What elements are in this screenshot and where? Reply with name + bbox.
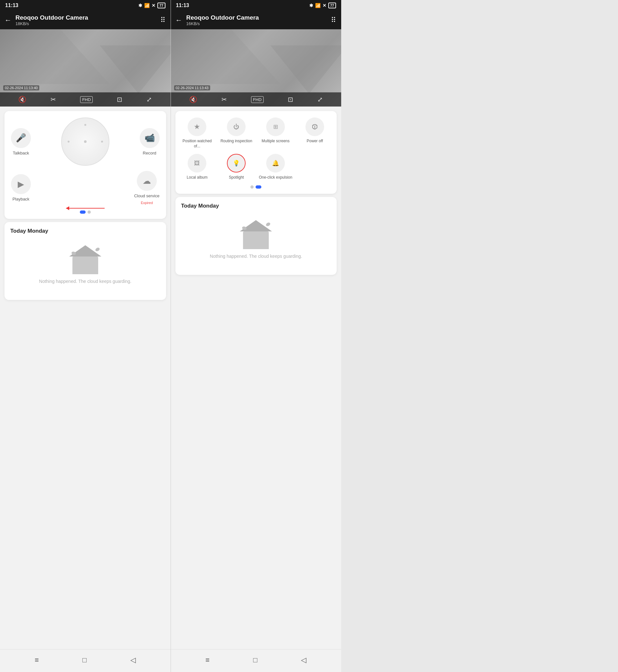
- local-album-icon: 🖼: [188, 154, 206, 173]
- playback-icon: ▶: [11, 174, 31, 194]
- right-status-bar: 11:13 ✱ 📶 ✕ 77: [171, 0, 341, 11]
- left-camera-feed: 02-26-2024 11:13:40 🔇 ✂ FHD ⊡ ⤢: [0, 29, 171, 107]
- one-click-expulsion-label: One-click expulsion: [259, 175, 292, 180]
- routing-inspection-label: Routing inspection: [220, 139, 252, 144]
- right-back-button[interactable]: ←: [176, 16, 183, 24]
- right-today-title: Today Monday: [181, 203, 331, 209]
- spotlight-button[interactable]: 💡 Spotlight: [219, 154, 253, 180]
- right-nav-back-button[interactable]: ◁: [296, 655, 312, 666]
- right-split-button[interactable]: ⊡: [288, 96, 293, 103]
- right-expand-button[interactable]: ⤢: [317, 96, 323, 103]
- right-cam-triangle-1: [171, 29, 280, 84]
- left-expand-button[interactable]: ⤢: [146, 96, 152, 103]
- right-nav-home-button[interactable]: □: [248, 655, 263, 666]
- battery-icon: 77: [158, 3, 165, 8]
- right-bottom-nav: ≡ □ ◁: [171, 649, 341, 672]
- left-today-title: Today Monday: [10, 228, 160, 234]
- left-status-icons: ✱ 📶 ✕ 77: [138, 3, 165, 8]
- talkback-icon: 🎤: [11, 128, 31, 148]
- right-battery-icon: 77: [328, 3, 336, 8]
- cloud-service-label: Cloud service: [134, 194, 160, 198]
- swipe-arrow-indicator: [8, 208, 163, 209]
- left-empty-text: Nothing happened. The cloud keeps guardi…: [39, 279, 131, 284]
- left-today-section: Today Monday Nothing happened. The cloud…: [4, 222, 166, 300]
- cam-triangle-1: [0, 29, 109, 84]
- left-split-button[interactable]: ⊡: [117, 96, 122, 103]
- right-nav-menu-button[interactable]: ≡: [200, 655, 215, 666]
- left-camera-controls: 🔇 ✂ FHD ⊡ ⤢: [0, 92, 171, 107]
- right-camera-timestamp: 02-26-2024 11:13:43: [174, 85, 210, 91]
- spotlight-icon: 💡: [227, 154, 245, 173]
- left-back-button[interactable]: ←: [4, 16, 12, 24]
- arrow-left: [66, 208, 105, 209]
- right-header-menu-button[interactable]: ⠿: [331, 16, 337, 24]
- sim-icon: ✕: [151, 3, 156, 8]
- left-control-grid: 🎤 Talkback 📹 Record: [8, 117, 163, 166]
- multiple-screens-button[interactable]: ⊞ Multiple screens: [259, 117, 293, 149]
- right-page-dot-1[interactable]: [250, 185, 253, 189]
- left-camera-title: Reoqoo Outdoor Camera: [15, 14, 160, 21]
- right-mute-button[interactable]: 🔇: [189, 96, 197, 103]
- bluetooth-icon: ✱: [138, 3, 142, 8]
- left-house-illustration: [68, 245, 103, 274]
- cloud-service-expired-label: Expired: [141, 201, 152, 205]
- left-phone-screen: 11:13 ✱ 📶 ✕ 77 ← Reoqoo Outdoor Camera 1…: [0, 0, 171, 672]
- power-off-icon: ⏼: [305, 117, 324, 136]
- left-control-grid-row2: ▶ Playback ☁ Cloud service Expired: [8, 171, 163, 205]
- right-house-illustration: [238, 220, 274, 249]
- right-fhd-button[interactable]: FHD: [251, 96, 264, 103]
- right-camera-controls: 🔇 ✂ FHD ⊡ ⤢: [171, 92, 341, 107]
- joystick-container: [61, 117, 109, 166]
- left-nav-back-button[interactable]: ◁: [125, 655, 141, 666]
- multiple-screens-icon: ⊞: [266, 117, 285, 136]
- power-off-label: Power off: [307, 139, 323, 144]
- left-empty-state: Nothing happened. The cloud keeps guardi…: [10, 242, 160, 290]
- playback-button[interactable]: ▶ Playback: [11, 174, 31, 202]
- playback-label: Playback: [13, 197, 30, 202]
- left-nav-menu-button[interactable]: ≡: [30, 655, 44, 666]
- left-mute-button[interactable]: 🔇: [18, 96, 26, 103]
- position-watched-icon: ★: [188, 117, 206, 136]
- left-camera-title-group: Reoqoo Outdoor Camera 18KB/s: [15, 14, 160, 26]
- page-dot-2[interactable]: [88, 211, 91, 214]
- right-page-dots: [179, 185, 334, 189]
- cloud-icon: ☁: [137, 171, 157, 191]
- left-scissors-button[interactable]: ✂: [50, 96, 56, 103]
- routing-inspection-button[interactable]: ⏻ Routing inspection: [219, 117, 253, 149]
- routing-inspection-icon: ⏻: [227, 117, 245, 136]
- right-page-dot-2[interactable]: [255, 185, 262, 189]
- left-fhd-button[interactable]: FHD: [80, 96, 93, 103]
- page-dot-1[interactable]: [80, 211, 86, 214]
- joystick-dot-top: [84, 124, 86, 126]
- local-album-label: Local album: [187, 175, 208, 180]
- record-label: Record: [143, 151, 157, 155]
- position-watched-button[interactable]: ★ Position watched of...: [180, 117, 214, 149]
- spotlight-label: Spotlight: [229, 175, 244, 180]
- right-camera-title: Reoqoo Outdoor Camera: [186, 14, 331, 21]
- left-camera-timestamp: 02-26-2024 11:13:40: [3, 85, 39, 91]
- local-album-button[interactable]: 🖼 Local album: [180, 154, 214, 180]
- right-control-grid: ★ Position watched of... ⏻ Routing inspe…: [179, 117, 334, 180]
- cloud-service-button[interactable]: ☁ Cloud service Expired: [134, 171, 160, 205]
- left-bottom-nav: ≡ □ ◁: [0, 649, 171, 672]
- right-empty-state: Nothing happened. The cloud keeps guardi…: [181, 217, 331, 265]
- wifi-icon: 📶: [144, 3, 150, 8]
- right-phone-screen: 11:13 ✱ 📶 ✕ 77 ← Reoqoo Outdoor Camera 1…: [171, 0, 341, 672]
- right-scissors-button[interactable]: ✂: [221, 96, 227, 103]
- joystick-dot-right: [101, 141, 103, 142]
- talkback-button[interactable]: 🎤 Talkback: [11, 128, 31, 155]
- right-empty-text: Nothing happened. The cloud keeps guardi…: [210, 254, 302, 259]
- left-header-menu-button[interactable]: ⠿: [160, 16, 166, 24]
- empty-grid-cell: [298, 154, 332, 180]
- right-house-body: [243, 231, 269, 249]
- record-icon: 📹: [140, 128, 160, 148]
- right-status-icons: ✱ 📶 ✕ 77: [309, 3, 336, 8]
- left-page-dots: [8, 211, 163, 214]
- joystick[interactable]: [61, 117, 109, 166]
- left-camera-header: ← Reoqoo Outdoor Camera 18KB/s ⠿: [0, 11, 171, 29]
- left-nav-home-button[interactable]: □: [77, 655, 92, 666]
- record-button[interactable]: 📹 Record: [140, 128, 160, 155]
- right-wifi-icon: 📶: [315, 3, 321, 8]
- one-click-expulsion-button[interactable]: 🔔 One-click expulsion: [259, 154, 293, 180]
- power-off-button[interactable]: ⏼ Power off: [298, 117, 332, 149]
